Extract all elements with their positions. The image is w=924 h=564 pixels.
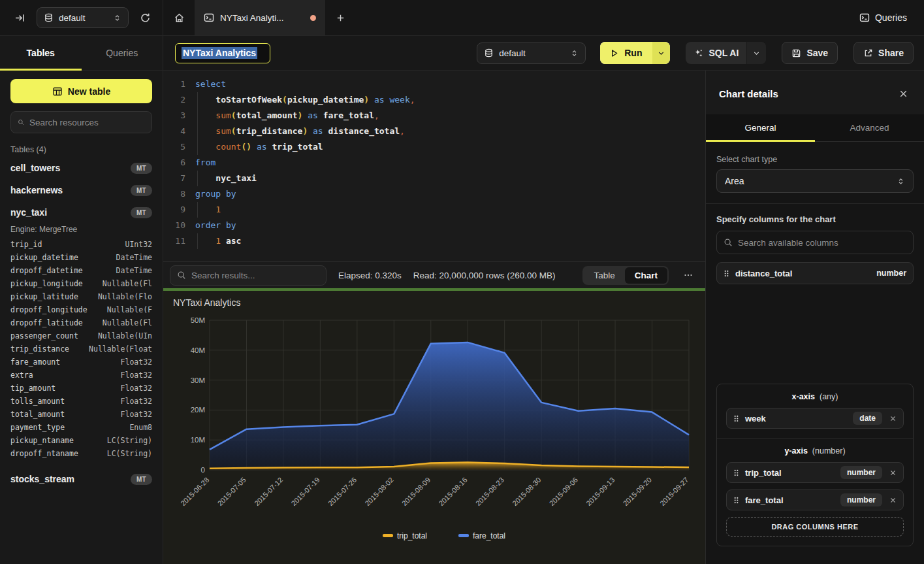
y-axis-section: y-axis(number) trip_totalnumberfare_tota… [717, 438, 913, 546]
line-number: 5 [163, 139, 185, 155]
column-row: trip_distanceNullable(Float [10, 342, 152, 356]
query-title-input[interactable]: NYTaxi Analytics [175, 43, 270, 63]
run-button-main[interactable]: Run [600, 42, 652, 64]
token: distance_total [328, 126, 400, 136]
panel-tab-general[interactable]: General [706, 114, 815, 141]
queries-button[interactable]: Queries [859, 12, 907, 23]
column-name: pickup_datetime [10, 251, 78, 264]
chart-type-select[interactable]: Area [716, 169, 914, 193]
sql-ai-button[interactable]: SQL AI [686, 42, 766, 64]
run-options-caret[interactable] [652, 42, 670, 64]
sidebar-collapse-button[interactable] [12, 10, 28, 26]
token: 1 [215, 205, 221, 214]
legend-item-trip_total[interactable]: trip_total [383, 531, 427, 540]
view-toggle-chart[interactable]: Chart [625, 267, 667, 284]
resources-search-input[interactable] [29, 118, 145, 127]
line-number: 3 [163, 108, 185, 124]
save-button[interactable]: Save [782, 42, 838, 64]
code-text: toStartOfWeek(pickup_datetime) as week, [185, 92, 415, 108]
legend-item-fare_total[interactable]: fare_total [458, 531, 505, 540]
columns-search-input[interactable] [738, 238, 906, 248]
drag-handle[interactable] [733, 414, 739, 423]
sidebar-tab-tables[interactable]: Tables [0, 36, 82, 70]
column-row: passenger_countNullable(UIn [10, 329, 152, 342]
code-text: group by [185, 186, 236, 202]
x-axis-label: x-axis [792, 392, 815, 401]
results-search[interactable] [170, 265, 327, 286]
token: select [195, 79, 226, 89]
x-axis-hint: (any) [820, 392, 838, 401]
sql-ai-main[interactable]: SQL AI [686, 48, 746, 58]
panel-tab-advanced[interactable]: Advanced [815, 114, 924, 141]
plus-icon [336, 13, 345, 23]
table-row[interactable]: cell_towersMT [10, 157, 152, 179]
results-search-input[interactable] [191, 271, 319, 280]
new-table-button[interactable]: New table [10, 79, 152, 103]
queries-icon [859, 12, 870, 23]
code-line: 4 sum(trip_distance) as distance_total, [163, 124, 705, 139]
sidebar-tab-tables-label: Tables [27, 48, 55, 58]
line-number: 8 [163, 186, 185, 202]
view-toggle-table[interactable]: Table [584, 267, 624, 284]
sidebar-tabs: Tables Queries [0, 36, 163, 71]
chart-section: NYTaxi Analytics 010M20M30M40M50M2015-06… [163, 291, 705, 564]
x-axis-tick: 2015-07-19 [290, 476, 321, 507]
drag-columns-dropzone[interactable]: DRAG COLUMNS HERE [726, 517, 904, 537]
y-axis-title: y-axis(number) [726, 446, 904, 456]
line-number: 11 [163, 233, 185, 249]
column-row: fare_amountFloat32 [10, 356, 152, 369]
chip-type: number [840, 466, 882, 479]
token: as [374, 95, 385, 105]
sql-ai-caret[interactable] [746, 42, 766, 64]
token: total_amount [236, 110, 298, 120]
column-row: tip_amountFloat32 [10, 382, 152, 395]
new-tab-button[interactable] [325, 0, 355, 35]
column-chip: weekdate [726, 408, 904, 429]
topbar-left-section: default [0, 0, 163, 35]
sql-ai-label: SQL AI [709, 48, 739, 58]
query-tab[interactable]: NYTaxi Analyti... [195, 0, 325, 35]
drag-handle[interactable] [733, 496, 739, 505]
table-row[interactable]: stocks_streamMT [10, 468, 152, 490]
run-button[interactable]: Run [600, 42, 670, 64]
table-row[interactable]: nyc_taxiMT [10, 201, 152, 224]
right-region: NYTaxi Analytics default Run [163, 36, 924, 564]
results-area-chart[interactable]: 010M20M30M40M50M2015-06-282015-07-052015… [163, 291, 705, 564]
database-selector-top[interactable]: default [37, 7, 129, 28]
chip-remove-button[interactable] [889, 469, 897, 476]
code-text: sum(trip_distance) as distance_total, [185, 124, 405, 139]
home-tab-button[interactable] [163, 0, 195, 35]
chip-type: number [876, 269, 906, 278]
y-axis-label: y-axis [784, 446, 807, 456]
table-row[interactable]: hackernewsMT [10, 179, 152, 201]
column-name: pickup_latitude [10, 290, 78, 303]
refresh-button[interactable] [137, 10, 153, 26]
code-text: order by [185, 218, 236, 233]
column-type: Nullable(UIn [98, 329, 152, 342]
chip-remove-button[interactable] [889, 497, 897, 504]
token [251, 142, 257, 152]
x-axis-tick: 2015-08-02 [363, 476, 394, 507]
database-icon [44, 13, 54, 23]
new-table-label: New table [68, 86, 110, 97]
sql-editor[interactable]: 1select2 toStartOfWeek(pickup_datetime) … [163, 71, 705, 261]
view-toggle: Table Chart [582, 266, 669, 285]
resources-search[interactable] [10, 111, 152, 133]
database-selector-toolbar[interactable]: default [477, 42, 586, 64]
sidebar-tab-queries[interactable]: Queries [82, 36, 163, 70]
app-body: Tables Queries New table Tables (4) cell… [0, 36, 924, 564]
panel-header: Chart details [706, 71, 924, 114]
read-stat: Read: 20,000,000 rows (260.00 MB) [413, 271, 556, 280]
x-axis-tick: 2015-07-12 [253, 476, 284, 507]
share-button[interactable]: Share [853, 42, 914, 64]
token: order by [195, 220, 236, 230]
drag-handle[interactable] [724, 269, 729, 278]
columns-label: Specify columns for the chart [716, 214, 914, 224]
drag-handle[interactable] [733, 469, 739, 477]
run-button-label: Run [624, 48, 642, 58]
columns-search[interactable] [716, 231, 914, 254]
panel-close-button[interactable] [896, 86, 911, 101]
chip-remove-button[interactable] [889, 415, 897, 422]
more-options-button[interactable] [680, 267, 696, 283]
drag-handle-icon [724, 269, 729, 278]
